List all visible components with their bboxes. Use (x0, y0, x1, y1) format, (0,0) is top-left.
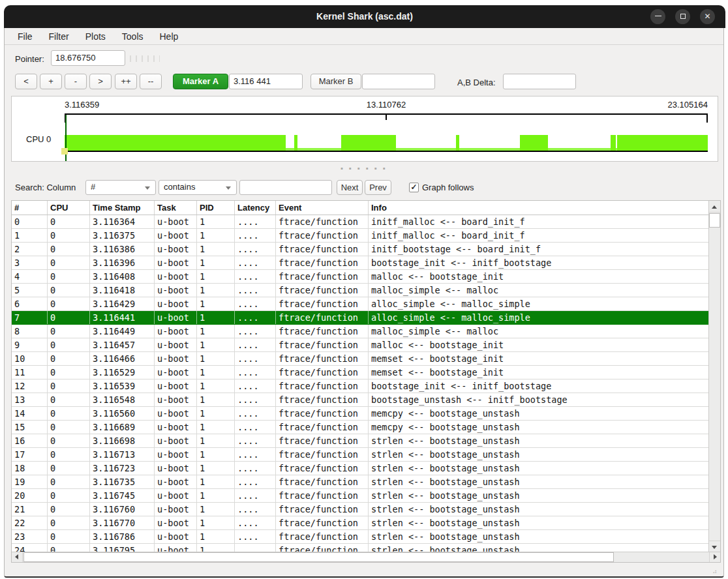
axis-label-mid: 13.110762 (367, 100, 406, 110)
cell-pid: 1 (197, 256, 235, 269)
table-row-selected[interactable]: 703.116441u-boot1....ftrace/functionallo… (12, 311, 709, 325)
col-header-task[interactable]: Task (155, 201, 197, 215)
cell-timestamp: 3.116735 (90, 475, 155, 488)
col-header-timestamp[interactable]: Time Stamp (90, 201, 155, 215)
timeline-busy-segment[interactable] (294, 135, 297, 151)
table-row[interactable]: 1403.116560u-boot1....ftrace/functionmem… (12, 407, 709, 421)
search-operator-select[interactable]: contains (159, 180, 237, 195)
table-row[interactable]: 1803.116723u-boot1....ftrace/functionstr… (12, 462, 709, 475)
minimize-button[interactable] (650, 9, 665, 24)
timeline-busy-segment[interactable] (456, 135, 459, 151)
zoom-in-fast-button[interactable]: ++ (115, 74, 137, 89)
menu-help[interactable]: Help (157, 30, 181, 43)
next-button[interactable]: Next (337, 180, 363, 195)
marker-b-button[interactable]: Marker B (311, 74, 361, 89)
search-column-select[interactable]: # (85, 180, 156, 195)
table-row[interactable]: 1603.116698u-boot1....ftrace/functionstr… (12, 434, 709, 448)
table-row[interactable]: 303.116396u-boot1....ftrace/functionboot… (12, 256, 709, 270)
table-row[interactable]: 803.116449u-boot1....ftrace/functionmall… (12, 325, 709, 338)
table-row[interactable]: 1903.116735u-boot1....ftrace/functionstr… (12, 475, 709, 489)
scroll-right-button[interactable] (709, 552, 720, 562)
cell-latency: .... (235, 421, 276, 434)
cell-pid: 1 (197, 284, 235, 297)
col-header-pid[interactable]: PID (197, 201, 235, 215)
axis-tick (706, 114, 708, 123)
search-input[interactable] (239, 180, 332, 195)
col-header-latency[interactable]: Latency (235, 201, 276, 215)
pointer-field[interactable]: 18.676750 (51, 50, 125, 66)
cell-number: 3 (12, 256, 48, 269)
minimize-icon (655, 16, 661, 17)
menu-file[interactable]: File (15, 30, 35, 43)
table-row[interactable]: 2103.116760u-boot1....ftrace/functionstr… (12, 503, 709, 516)
timeline-busy-segment[interactable] (520, 135, 548, 151)
table-row[interactable]: 403.116408u-boot1....ftrace/functionmall… (12, 270, 709, 284)
marker-a-button[interactable]: Marker A (173, 74, 228, 89)
splitter-handle[interactable]: ▪ ▪ ▪ ▪ ▪ ▪ (5, 164, 723, 172)
table-row[interactable]: 503.116418u-boot1....ftrace/functionmall… (12, 284, 709, 297)
scroll-up-button[interactable] (709, 201, 720, 213)
zoom-out-fast-button[interactable]: -- (140, 74, 162, 89)
timeline-graph[interactable]: 3.116359 13.110762 23.105164 CPU 0 (11, 96, 718, 162)
table-row[interactable]: 103.116375u-boot1....ftrace/functioninit… (12, 229, 709, 243)
table-row[interactable]: 1503.116689u-boot1....ftrace/functionmem… (12, 421, 709, 434)
horizontal-scroll-thumb[interactable] (23, 552, 614, 562)
table-row[interactable]: 1003.116466u-boot1....ftrace/functionmem… (12, 352, 709, 366)
title-bar[interactable]: Kernel Shark (asc.dat) ✕ (4, 5, 725, 28)
table-row[interactable]: 1103.116529u-boot1....ftrace/functionmem… (12, 366, 709, 379)
resize-grip[interactable]: ⣠ (712, 566, 720, 574)
table-row[interactable]: 1203.116539u-boot1....ftrace/functionboo… (12, 379, 709, 393)
col-header-event[interactable]: Event (276, 201, 369, 215)
cell-event: ftrace/function (276, 530, 369, 543)
cell-timestamp: 3.116441 (90, 311, 155, 324)
col-header-info[interactable]: Info (369, 201, 709, 215)
cell-pid: 1 (197, 352, 235, 365)
timeline-busy-segment[interactable] (617, 135, 708, 151)
table-row[interactable]: 2003.116745u-boot1....ftrace/functionstr… (12, 489, 709, 503)
step-forward-button[interactable]: > (89, 74, 112, 89)
ab-delta-field[interactable] (503, 74, 576, 89)
menu-plots[interactable]: Plots (83, 30, 108, 43)
cell-latency: .... (235, 311, 276, 324)
prev-button[interactable]: Prev (365, 180, 391, 195)
timeline-busy-segment[interactable] (341, 135, 396, 151)
vertical-scroll-thumb[interactable] (709, 213, 720, 228)
table-row[interactable]: 603.116429u-boot1....ftrace/functionallo… (12, 297, 709, 311)
vertical-scrollbar[interactable] (708, 201, 720, 552)
cell-cpu: 0 (48, 421, 90, 434)
table-row[interactable]: 903.116457u-boot1....ftrace/functionmall… (12, 338, 709, 352)
zoom-out-button[interactable]: - (65, 74, 87, 89)
cpu0-bar[interactable] (65, 135, 708, 152)
table-row[interactable]: 2203.116770u-boot1....ftrace/functionstr… (12, 516, 709, 530)
graph-follows-checkbox[interactable]: ✓ (409, 183, 419, 192)
maximize-button[interactable] (675, 9, 690, 24)
cell-number: 22 (12, 516, 48, 529)
cell-cpu: 0 (48, 325, 90, 338)
table-row[interactable]: 1303.116548u-boot1....ftrace/functionboo… (12, 393, 709, 407)
cell-task: u-boot (155, 434, 197, 447)
menu-tools[interactable]: Tools (119, 30, 146, 43)
table-row[interactable]: 003.116364u-boot1....ftrace/functioninit… (12, 215, 709, 229)
timeline-busy-segment[interactable] (611, 135, 616, 151)
timeline-busy-segment[interactable] (65, 135, 286, 151)
close-button[interactable]: ✕ (700, 9, 715, 24)
step-back-button[interactable]: < (15, 74, 37, 89)
horizontal-scrollbar[interactable] (12, 552, 720, 562)
marker-b-value-field[interactable] (362, 74, 435, 89)
table-row[interactable]: 1703.116713u-boot1....ftrace/functionstr… (12, 448, 709, 462)
cell-timestamp: 3.116375 (90, 229, 155, 242)
table-row[interactable]: 203.116386u-boot1....ftrace/functioninit… (12, 243, 709, 256)
cell-task: u-boot (155, 243, 197, 256)
col-header-cpu[interactable]: CPU (48, 201, 90, 215)
cell-timestamp: 3.116560 (90, 407, 155, 420)
chevron-down-icon (145, 186, 150, 190)
menu-filter[interactable]: Filter (46, 30, 72, 43)
col-header-number[interactable]: # (12, 201, 48, 215)
cell-task: u-boot (155, 516, 197, 529)
cell-cpu: 0 (48, 407, 90, 420)
marker-a-value-field[interactable]: 3.116 441 (229, 74, 303, 89)
scroll-left-button[interactable] (12, 552, 23, 562)
zoom-in-button[interactable]: + (40, 74, 62, 89)
scroll-down-button[interactable] (709, 541, 720, 552)
table-row[interactable]: 2303.116786u-boot1....ftrace/functionstr… (12, 530, 709, 544)
